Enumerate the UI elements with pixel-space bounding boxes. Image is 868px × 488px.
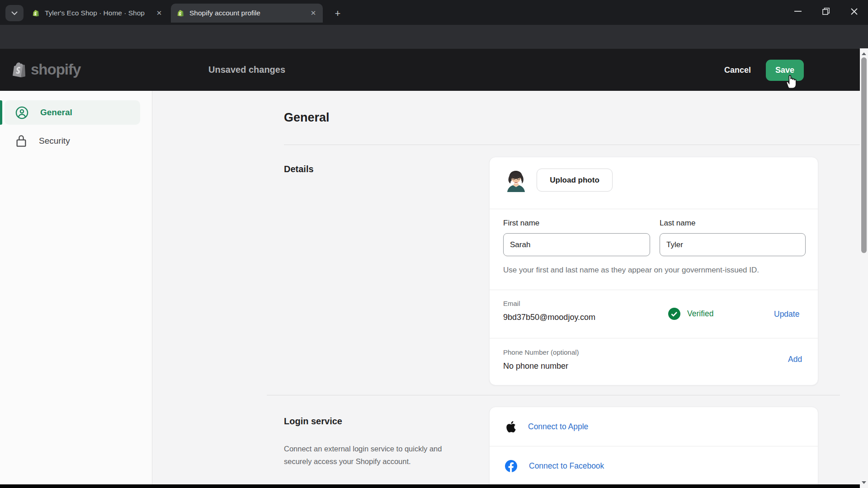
browser-tab-account-profile[interactable]: Shopify account profile ✕	[171, 4, 323, 23]
window-minimize-button[interactable]	[784, 0, 812, 23]
email-label: Email	[503, 300, 520, 307]
phone-value: No phone number	[503, 361, 568, 371]
window-restore-button[interactable]	[812, 0, 840, 23]
details-section-label: Details	[284, 164, 314, 174]
shopify-header: shopify Unsaved changes Cancel Save	[0, 49, 860, 91]
details-card: Upload photo First name Last name Use yo…	[489, 157, 818, 385]
first-name-input[interactable]	[503, 233, 650, 256]
mouse-cursor	[784, 70, 799, 90]
cancel-button[interactable]: Cancel	[718, 61, 757, 79]
upload-photo-button[interactable]: Upload photo	[537, 169, 613, 192]
shopify-logo: shopify	[11, 60, 80, 80]
browser-toolbar: accounts.shopify.com/accounts/308746448/…	[0, 25, 868, 49]
tab-title: Shopify account profile	[189, 9, 308, 17]
active-indicator	[0, 100, 2, 125]
scroll-up-icon[interactable]	[861, 51, 867, 56]
settings-content: General Details Upload photo	[152, 91, 860, 484]
person-circle-icon	[15, 106, 28, 119]
facebook-logo-icon	[505, 460, 517, 472]
restore-icon	[822, 8, 830, 15]
shopify-wordmark: shopify	[31, 61, 80, 78]
first-name-label: First name	[503, 219, 539, 228]
shopify-bag-icon	[11, 60, 28, 80]
unsaved-changes-status: Unsaved changes	[208, 49, 285, 91]
page-title: General	[284, 111, 330, 125]
login-service-title: Login service	[284, 416, 342, 427]
last-name-input[interactable]	[660, 233, 806, 256]
settings-sidebar: General Security	[0, 91, 152, 484]
shopify-favicon	[32, 9, 40, 18]
last-name-label: Last name	[660, 219, 695, 228]
apple-logo-icon	[505, 420, 516, 433]
window-close-button[interactable]	[840, 0, 868, 23]
tab-close-icon[interactable]: ✕	[308, 8, 318, 18]
shopify-favicon	[176, 9, 185, 18]
sidebar-item-security[interactable]: Security	[5, 129, 140, 153]
title-divider	[284, 145, 868, 145]
connect-facebook-link[interactable]: Connect to Facebook	[529, 461, 604, 471]
phone-label: Phone Number (optional)	[503, 348, 579, 356]
email-value: 9bd37b50@moodjoy.com	[503, 313, 595, 322]
sidebar-item-label: General	[40, 108, 72, 117]
minimize-icon	[794, 11, 802, 12]
connect-apple-link[interactable]: Connect to Apple	[528, 422, 588, 432]
card-divider	[490, 338, 818, 338]
connect-apple-row[interactable]: Connect to Apple	[490, 407, 818, 446]
new-tab-button[interactable]: +	[331, 7, 344, 20]
avatar	[505, 169, 527, 192]
account-profile-page: General Security General Details	[0, 91, 860, 484]
login-service-description: Connect an external login service to qui…	[284, 442, 452, 468]
chevron-down-icon	[11, 11, 18, 15]
lock-icon	[15, 135, 27, 147]
close-icon	[851, 8, 858, 15]
tab-title: Tyler's Eco Shop · Home · Shop	[45, 9, 154, 17]
check-circle-icon	[668, 308, 680, 320]
avatar-illustration	[505, 169, 527, 192]
verified-label: Verified	[687, 309, 713, 319]
browser-tab-bar: Tyler's Eco Shop · Home · Shop ✕ Shopify…	[0, 0, 868, 25]
scroll-down-icon[interactable]	[861, 480, 867, 485]
tab-search-button[interactable]	[5, 5, 24, 21]
sidebar-item-label: Security	[39, 136, 70, 146]
sidebar-item-general[interactable]: General	[5, 100, 140, 125]
tab-close-icon[interactable]: ✕	[154, 8, 164, 18]
browser-tab-shop-home[interactable]: Tyler's Eco Shop · Home · Shop ✕	[26, 4, 169, 23]
add-phone-link[interactable]: Add	[788, 355, 802, 364]
card-divider	[490, 290, 818, 290]
name-help-text: Use your first and last name as they app…	[503, 266, 759, 275]
connect-facebook-row[interactable]: Connect to Facebook	[490, 446, 818, 485]
card-divider	[490, 209, 818, 209]
window-controls	[784, 0, 868, 23]
login-service-card: Connect to Apple Connect to Facebook	[489, 407, 818, 488]
section-divider	[267, 395, 840, 395]
screen-bottom-edge	[0, 484, 860, 488]
scrollbar-thumb[interactable]	[861, 57, 867, 253]
update-email-link[interactable]: Update	[774, 310, 799, 319]
email-verified-badge: Verified	[668, 308, 713, 320]
page-scrollbar[interactable]	[860, 48, 868, 488]
